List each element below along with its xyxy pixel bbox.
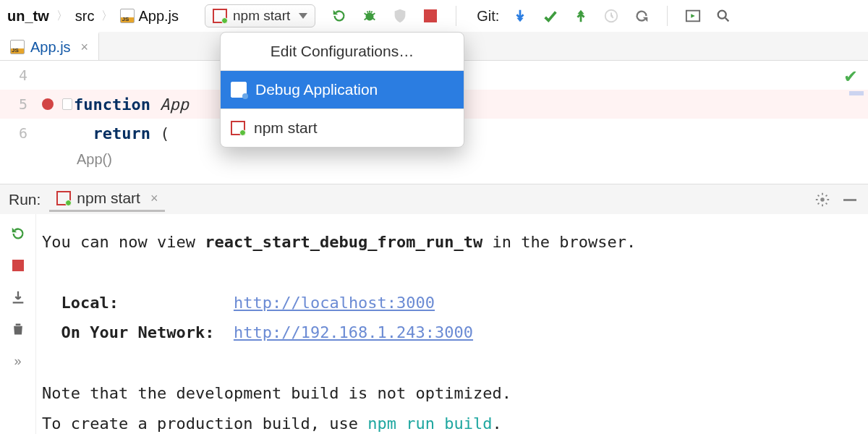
more-button[interactable]: » [9,352,27,370]
breadcrumb-folder[interactable]: src [71,7,99,26]
edit-configurations-item[interactable]: Edit Configurations… [221,33,464,70]
run-config-selector[interactable]: npm start [205,4,315,27]
menu-item-label: Edit Configurations… [271,43,414,60]
marker-stripe[interactable] [849,91,864,95]
git-commit-button[interactable] [541,7,560,25]
svg-point-0 [366,12,374,20]
stop-button[interactable] [9,256,27,275]
npm-icon [231,121,245,135]
editor-tab-app[interactable]: App.js × [0,32,99,60]
download-button[interactable] [9,288,27,307]
git-pull-button[interactable] [511,7,529,25]
debug-application-item[interactable]: Debug Application [221,71,464,109]
menu-item-label: npm start [254,119,318,137]
breadcrumb: un_tw 〉 src 〉 App.js [3,7,183,26]
breakpoint-icon[interactable] [42,98,54,110]
breadcrumb-project[interactable]: un_tw [3,7,54,26]
fold-icon[interactable] [62,98,72,110]
svg-rect-7 [12,260,24,271]
close-icon[interactable]: × [150,191,158,206]
menu-item-label: Debug Application [255,81,378,98]
network-url-link[interactable]: http://192.168.1.243:3000 [234,323,473,341]
application-icon [231,82,247,98]
run-panel-header: Run: npm start × [0,184,868,214]
run-tab-npm[interactable]: npm start × [49,187,165,212]
structure-breadcrumb[interactable]: App() [0,148,868,171]
code-line[interactable]: return ( [74,124,169,142]
search-button[interactable] [714,7,733,25]
git-label: Git: [477,8,499,25]
run-anything-button[interactable] [684,7,702,25]
run-side-toolbar: » [0,214,36,434]
gutter-fold[interactable] [61,98,74,110]
line-number: 5 [0,95,35,113]
npm-start-item[interactable]: npm start [221,109,464,147]
trash-button[interactable] [9,320,27,339]
run-panel-body: » You can now view react_start_debug_fro… [0,214,868,434]
editor-tab-label: App.js [30,39,71,56]
separator [667,6,668,26]
chevron-right-icon: 〉 [56,9,68,24]
coverage-button[interactable] [391,7,409,25]
breakpoint-gutter[interactable] [35,98,61,110]
toolbar-actions: Git: [330,6,733,26]
chevron-down-icon [299,13,307,19]
separator [456,6,456,26]
line-number: 6 [0,124,35,142]
js-file-icon [10,40,25,54]
svg-rect-1 [424,9,437,22]
js-file-icon [120,9,135,23]
console-output[interactable]: You can now view react_start_debug_from_… [36,214,868,434]
debug-button[interactable] [360,7,379,25]
main-toolbar: un_tw 〉 src 〉 App.js npm start Git: [0,0,868,32]
git-push-button[interactable] [571,7,590,25]
inspection-ok-icon[interactable]: ✔ [843,67,858,87]
run-tab-label: npm start [77,190,140,207]
minimize-button[interactable] [841,190,859,209]
chevron-right-icon: 〉 [101,9,113,24]
npm-icon [213,9,227,23]
run-config-label: npm start [233,8,290,24]
svg-point-4 [718,11,726,19]
rerun-button[interactable] [330,7,349,25]
close-icon[interactable]: × [81,40,89,55]
svg-point-5 [820,197,825,202]
local-url-link[interactable]: http://localhost:3000 [234,294,435,312]
run-panel-title: Run: [9,191,41,208]
run-config-dropdown: Edit Configurations… Debug Application n… [220,32,464,148]
line-number: 4 [0,67,35,84]
git-history-button[interactable] [602,7,621,25]
svg-rect-6 [843,199,856,201]
undo-button[interactable] [632,7,651,25]
stop-button[interactable] [421,7,440,25]
code-line[interactable]: function App [74,95,189,114]
breadcrumb-file[interactable]: App.js [116,7,183,26]
npm-icon [56,191,71,205]
settings-button[interactable] [813,190,832,209]
rerun-button[interactable] [9,224,27,243]
